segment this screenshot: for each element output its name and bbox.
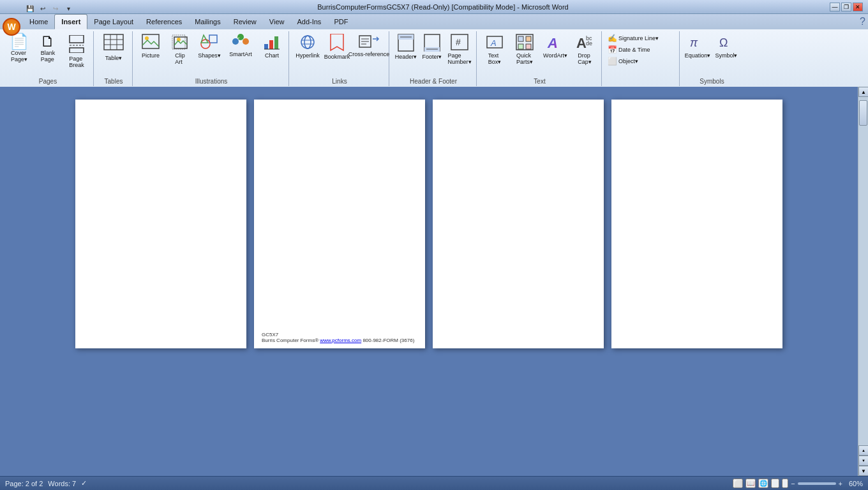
header-footer-buttons: Header▾ Footer▾ <box>393 31 474 77</box>
draft-button[interactable]: ≡ <box>782 479 788 488</box>
close-button[interactable]: ✕ <box>853 3 863 11</box>
minimize-button[interactable]: — <box>830 3 840 11</box>
page-break-button[interactable]: PageBreak <box>63 33 91 70</box>
chart-icon <box>263 34 281 52</box>
tab-pdf[interactable]: PDF <box>327 14 354 29</box>
status-left: Page: 2 of 2 Words: 7 ✓ <box>5 479 87 487</box>
pages-buttons: 📄 CoverPage▾ 🗋 BlankPage <box>5 31 91 77</box>
chart-label: Chart <box>265 52 279 59</box>
redo-button[interactable]: ↪ <box>50 3 61 14</box>
footer-line2: Burris Computer Forms® www.pcforms.com 8… <box>262 338 414 343</box>
blank-page-button[interactable]: 🗋 BlankPage <box>34 33 62 64</box>
office-button[interactable]: W <box>3 18 20 36</box>
outline-button[interactable]: ☰ <box>771 479 779 488</box>
clip-art-button[interactable]: ClipArt <box>166 33 194 66</box>
scroll-thumb[interactable] <box>859 100 867 126</box>
svg-rect-47 <box>526 36 531 41</box>
illustrations-buttons: Picture ClipArt <box>137 31 286 77</box>
page-1 <box>75 100 246 348</box>
text-box-button[interactable]: A TextBox▾ <box>481 33 509 66</box>
clip-art-label: ClipArt <box>175 52 185 65</box>
footer-button[interactable]: Footer▾ <box>419 33 445 61</box>
picture-icon <box>142 34 160 52</box>
tables-group: Table▾ Tables <box>95 31 133 86</box>
bookmark-label: Bookmark <box>324 54 350 60</box>
tab-review[interactable]: Review <box>227 14 263 29</box>
tab-view[interactable]: View <box>263 14 291 29</box>
undo-button[interactable]: ↩ <box>37 3 49 14</box>
zoom-slider[interactable] <box>798 482 836 485</box>
scroll-line-up[interactable]: ▲ <box>858 445 868 456</box>
tab-mailings[interactable]: Mailings <box>188 14 227 29</box>
date-time-label: Date & Time <box>618 47 650 53</box>
illustrations-group-label: Illustrations <box>195 77 228 86</box>
symbol-label: Symbol▾ <box>715 52 737 59</box>
scroll-line-down[interactable]: ▼ <box>858 456 868 466</box>
page-number-button[interactable]: # PageNumber▾ <box>445 33 474 66</box>
tab-references[interactable]: References <box>140 14 188 29</box>
zoom-in-button[interactable]: + <box>839 480 842 487</box>
equation-button[interactable]: π Equation▾ <box>684 33 712 60</box>
ribbon-tabs: Home Insert Page Layout References Maili… <box>0 14 868 29</box>
svg-marker-29 <box>331 34 343 50</box>
svg-text:A: A <box>490 38 497 48</box>
svg-rect-0 <box>70 35 84 43</box>
spelling-check-icon[interactable]: ✓ <box>81 479 87 487</box>
help-icon[interactable]: ? <box>860 16 865 27</box>
drop-cap-label: DropCap▾ <box>578 52 592 65</box>
smartart-button[interactable]: SmartArt <box>225 33 257 59</box>
word-count: Words: 7 <box>48 480 76 487</box>
page-number-label: PageNumber▾ <box>448 52 472 65</box>
tables-buttons: Table▾ <box>98 31 130 77</box>
footer-line1: GC5X7 <box>262 332 414 338</box>
zoom-level[interactable]: 60% <box>845 480 863 487</box>
quick-parts-button[interactable]: QuickParts▾ <box>509 33 540 66</box>
customize-qa-button[interactable]: ▾ <box>63 3 74 14</box>
ribbon: Home Insert Page Layout References Maili… <box>0 14 868 87</box>
blank-page-label: BlankPage <box>41 50 56 63</box>
date-time-button[interactable]: 📅 Date & Time <box>606 45 677 55</box>
wordart-button[interactable]: A WordArt▾ <box>541 33 570 60</box>
svg-point-17 <box>237 34 244 40</box>
svg-text:Ω: Ω <box>719 36 728 49</box>
footer-url[interactable]: www.pcforms.com <box>320 338 361 343</box>
header-footer-group: Header▾ Footer▾ <box>391 31 477 86</box>
save-button[interactable]: 💾 <box>24 3 36 14</box>
tab-insert[interactable]: Insert <box>54 14 87 29</box>
ribbon-content: 📄 CoverPage▾ 🗋 BlankPage <box>0 29 868 87</box>
web-layout-button[interactable]: 🌐 <box>758 479 768 488</box>
symbol-button[interactable]: Ω Symbol▾ <box>712 33 740 60</box>
restore-button[interactable]: ❐ <box>841 3 851 11</box>
footer-label: Footer▾ <box>422 54 442 60</box>
table-button[interactable]: Table▾ <box>98 33 130 63</box>
signature-line-button[interactable]: ✍ Signature Line▾ <box>606 33 677 43</box>
object-button[interactable]: ⬜ Object▾ <box>606 56 677 66</box>
cross-reference-button[interactable]: Cross-reference <box>352 33 386 59</box>
zoom-out-button[interactable]: − <box>791 480 795 487</box>
scroll-up-button[interactable]: ▲ <box>858 87 868 97</box>
print-layout-button[interactable]: ⬜ <box>733 479 743 488</box>
scroll-track[interactable] <box>858 97 868 445</box>
header-button[interactable]: Header▾ <box>393 33 419 61</box>
quick-parts-icon <box>516 34 534 52</box>
bookmark-button[interactable]: Bookmark <box>323 33 351 61</box>
drop-cap-button[interactable]: A bc de DropCap▾ <box>571 33 599 66</box>
tab-page-layout[interactable]: Page Layout <box>87 14 140 29</box>
full-reading-button[interactable]: 📖 <box>745 479 756 488</box>
picture-button[interactable]: Picture <box>137 33 165 60</box>
page-2: GC5X7 Burris Computer Forms® www.pcforms… <box>254 100 425 348</box>
shapes-button[interactable]: Shapes▾ <box>195 33 223 60</box>
status-bar: Page: 2 of 2 Words: 7 ✓ ⬜ 📖 🌐 ☰ ≡ − + 60… <box>0 476 868 490</box>
svg-rect-2 <box>70 48 84 53</box>
cover-page-button[interactable]: 📄 CoverPage▾ <box>5 33 33 64</box>
tab-addins[interactable]: Add-Ins <box>290 14 327 29</box>
hyperlink-button[interactable]: Hyperlink <box>293 33 322 60</box>
chart-button[interactable]: Chart <box>258 33 286 60</box>
window-controls: — ❐ ✕ <box>830 3 863 11</box>
text-group-label: Text <box>534 77 545 86</box>
scroll-down-button[interactable]: ▼ <box>858 466 868 476</box>
table-icon <box>103 34 124 54</box>
quick-access-toolbar: 💾 ↩ ↪ ▾ <box>24 3 74 14</box>
tab-home[interactable]: Home <box>23 14 54 29</box>
svg-rect-8 <box>142 34 159 48</box>
